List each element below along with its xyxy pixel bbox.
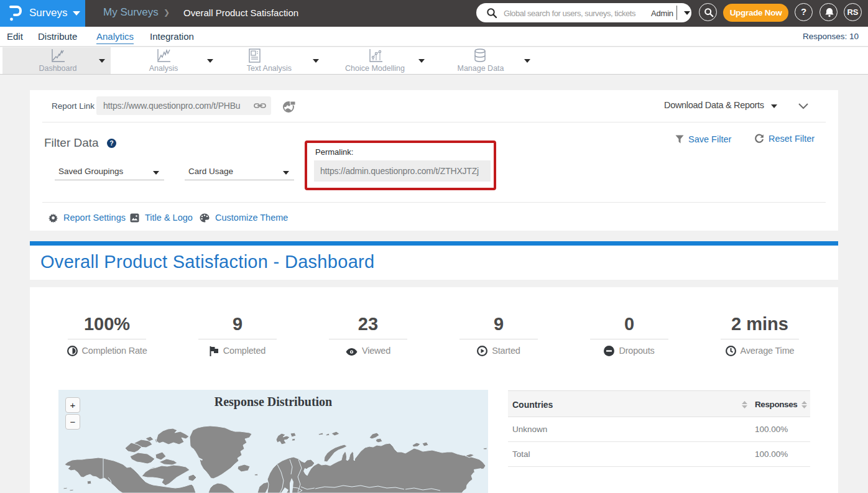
svg-text:?: ? <box>109 139 113 147</box>
